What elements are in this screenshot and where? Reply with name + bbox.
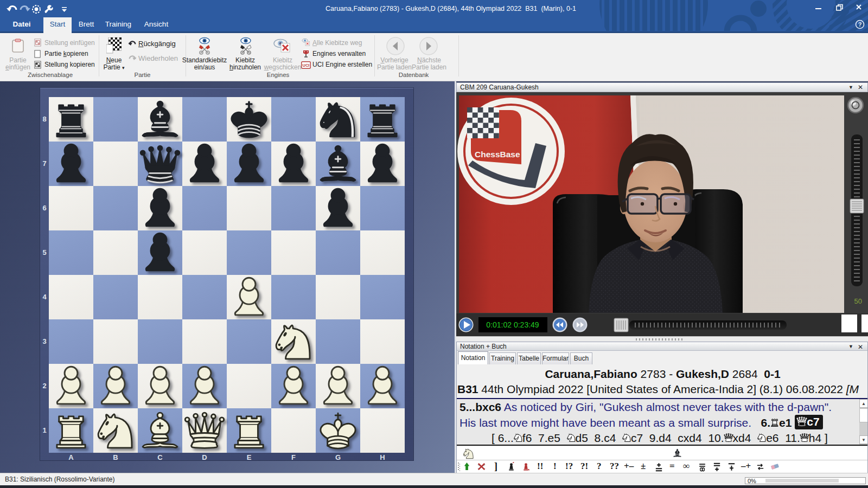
svg-text:UCI: UCI	[303, 63, 310, 68]
svg-text:ChessBase: ChessBase	[475, 150, 520, 159]
svg-text:?: ?	[858, 21, 862, 28]
svg-text:0:01:02 0:23:49: 0:01:02 0:23:49	[486, 320, 539, 329]
svg-text:50: 50	[854, 297, 862, 305]
